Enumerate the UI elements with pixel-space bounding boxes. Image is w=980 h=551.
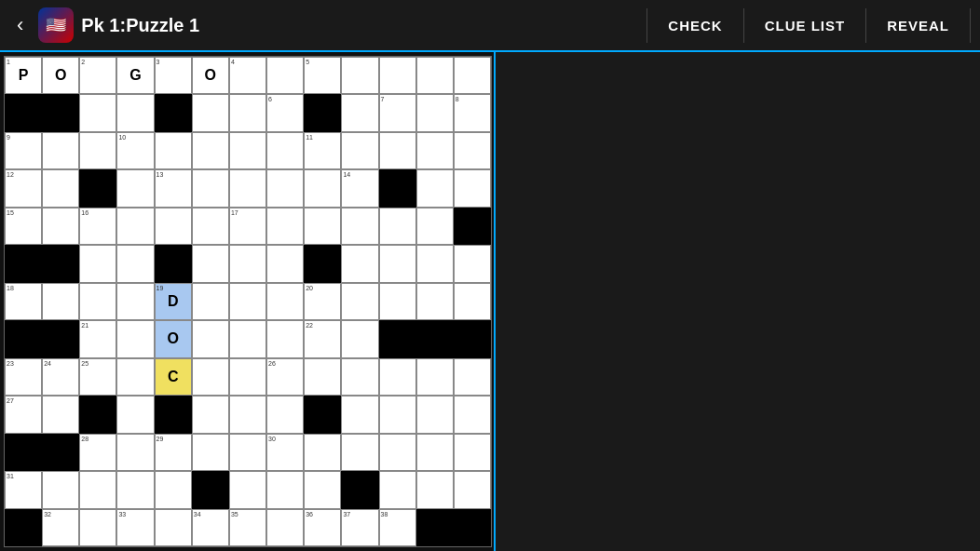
cell-8-5[interactable]: [192, 358, 229, 396]
cell-7-7[interactable]: [266, 320, 304, 357]
cell-4-0[interactable]: 15: [5, 208, 42, 245]
cell-7-11[interactable]: [416, 320, 454, 357]
cell-12-10[interactable]: 38: [379, 509, 416, 546]
cell-4-9[interactable]: [341, 208, 378, 245]
cell-1-12[interactable]: 8: [454, 94, 491, 131]
cell-11-6[interactable]: [229, 471, 266, 508]
cell-6-10[interactable]: [379, 283, 416, 320]
cell-7-0[interactable]: [5, 320, 42, 357]
cell-12-12[interactable]: [454, 509, 491, 546]
cell-4-6[interactable]: 17: [229, 208, 266, 245]
cell-10-10[interactable]: [379, 434, 416, 471]
cell-11-8[interactable]: [304, 471, 341, 508]
cell-12-6[interactable]: 35: [229, 509, 266, 546]
cell-3-5[interactable]: [192, 169, 229, 207]
cell-7-8[interactable]: 22: [304, 320, 341, 357]
cell-5-9[interactable]: [341, 245, 378, 282]
cell-2-7[interactable]: [266, 132, 304, 169]
cell-6-12[interactable]: [454, 283, 491, 320]
cell-9-5[interactable]: [192, 396, 229, 433]
cell-11-5[interactable]: [192, 471, 229, 508]
check-button[interactable]: CHECK: [647, 8, 742, 43]
cell-10-12[interactable]: [454, 434, 491, 471]
cell-3-9[interactable]: 14: [341, 169, 378, 207]
cell-2-2[interactable]: [79, 132, 116, 169]
cell-12-1[interactable]: 32: [42, 509, 79, 546]
cell-12-9[interactable]: 37: [341, 509, 378, 546]
cell-0-11[interactable]: [416, 57, 454, 94]
cell-5-0[interactable]: [5, 245, 42, 282]
cell-7-6[interactable]: [229, 320, 266, 357]
cell-0-0[interactable]: 1P: [5, 57, 42, 94]
cell-3-2[interactable]: [79, 169, 116, 207]
cell-1-0[interactable]: [5, 94, 42, 131]
cell-9-2[interactable]: [79, 396, 116, 433]
cell-8-11[interactable]: [416, 358, 454, 396]
cell-7-4[interactable]: O: [155, 320, 192, 357]
cell-6-3[interactable]: [116, 283, 154, 320]
cell-1-9[interactable]: [341, 94, 378, 131]
cell-1-11[interactable]: [416, 94, 454, 131]
cell-0-8[interactable]: 5: [304, 57, 341, 94]
cell-1-1[interactable]: [42, 94, 79, 131]
cell-8-6[interactable]: [229, 358, 266, 396]
cell-10-3[interactable]: [116, 434, 154, 471]
cell-1-2[interactable]: [79, 94, 116, 131]
cell-3-3[interactable]: [116, 169, 154, 207]
cell-10-11[interactable]: [416, 434, 454, 471]
cell-8-10[interactable]: [379, 358, 416, 396]
cell-2-4[interactable]: [155, 132, 192, 169]
cell-12-7[interactable]: [266, 509, 304, 546]
cell-1-4[interactable]: [155, 94, 192, 131]
cell-3-12[interactable]: [454, 169, 491, 207]
cell-4-1[interactable]: [42, 208, 79, 245]
cell-11-3[interactable]: [116, 471, 154, 508]
cell-12-0[interactable]: [5, 509, 42, 546]
cell-1-5[interactable]: [192, 94, 229, 131]
cell-6-9[interactable]: [341, 283, 378, 320]
cell-3-10[interactable]: [379, 169, 416, 207]
cell-8-12[interactable]: [454, 358, 491, 396]
cell-9-3[interactable]: [116, 396, 154, 433]
cell-12-11[interactable]: [416, 509, 454, 546]
cell-10-4[interactable]: 29: [155, 434, 192, 471]
cell-6-2[interactable]: [79, 283, 116, 320]
cell-10-1[interactable]: [42, 434, 79, 471]
cell-2-6[interactable]: [229, 132, 266, 169]
cell-1-6[interactable]: [229, 94, 266, 131]
cell-11-1[interactable]: [42, 471, 79, 508]
cell-0-1[interactable]: O: [42, 57, 79, 94]
cell-10-6[interactable]: [229, 434, 266, 471]
cell-0-12[interactable]: [454, 57, 491, 94]
cell-5-7[interactable]: [266, 245, 304, 282]
cell-7-5[interactable]: [192, 320, 229, 357]
cell-9-8[interactable]: [304, 396, 341, 433]
cell-6-6[interactable]: [229, 283, 266, 320]
cell-0-6[interactable]: 4: [229, 57, 266, 94]
cell-2-9[interactable]: [341, 132, 378, 169]
cell-11-7[interactable]: [266, 471, 304, 508]
cell-2-11[interactable]: [416, 132, 454, 169]
cell-2-1[interactable]: [42, 132, 79, 169]
cell-9-11[interactable]: [416, 396, 454, 433]
cell-8-1[interactable]: 24: [42, 358, 79, 396]
cell-12-4[interactable]: [155, 509, 192, 546]
cell-9-4[interactable]: [155, 396, 192, 433]
cell-8-9[interactable]: [341, 358, 378, 396]
cell-4-4[interactable]: [155, 208, 192, 245]
cell-12-5[interactable]: 34: [192, 509, 229, 546]
cell-10-2[interactable]: 28: [79, 434, 116, 471]
cell-7-12[interactable]: [454, 320, 491, 357]
cell-0-5[interactable]: O: [192, 57, 229, 94]
cell-8-8[interactable]: [304, 358, 341, 396]
cell-3-6[interactable]: [229, 169, 266, 207]
cell-6-11[interactable]: [416, 283, 454, 320]
cell-5-11[interactable]: [416, 245, 454, 282]
cell-2-8[interactable]: 11: [304, 132, 341, 169]
cell-5-1[interactable]: [42, 245, 79, 282]
cell-4-3[interactable]: [116, 208, 154, 245]
cell-4-2[interactable]: 16: [79, 208, 116, 245]
cell-6-5[interactable]: [192, 283, 229, 320]
cell-3-7[interactable]: [266, 169, 304, 207]
cell-11-9[interactable]: [341, 471, 378, 508]
